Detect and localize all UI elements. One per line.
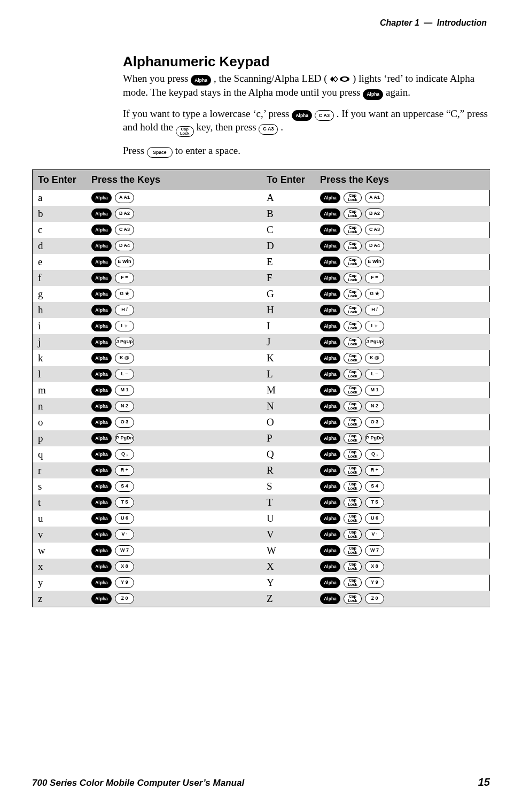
letter-key-icon: A A1 [365,192,384,203]
letter-key-icon: M 1 [115,385,134,396]
lowercase-keys-cell: AlphaH / [86,302,261,318]
cap-lock-key-icon: Cap Lock [344,337,362,347]
table-row: aAlphaA A1AAlphaCap LockA A1 [33,190,490,206]
cap-lock-key-icon: Cap Lock [344,192,362,203]
uppercase-char: B [261,206,315,222]
letter-key-c-icon: C A3 [315,110,334,121]
cap-lock-key-icon: Cap Lock [344,241,362,251]
alpha-key-icon: Alpha [320,481,340,492]
cap-lock-key-icon: Cap Lock [344,513,362,524]
cap-lock-key-icon: Cap Lock [344,369,362,380]
alpha-key-icon: Alpha [91,561,112,572]
letter-key-icon: F = [365,273,384,283]
uppercase-keys-cell: AlphaCap LockN 2 [315,398,490,414]
alpha-key-icon: Alpha [91,481,112,492]
letter-key-icon: Y 9 [115,577,134,588]
header-separator: — [424,18,432,27]
uppercase-char: C [261,222,315,238]
col-header-to-enter: To Enter [33,170,86,190]
letter-key-icon: X 8 [115,561,134,572]
letter-key-icon: I ☼ [115,321,134,331]
lowercase-char: z [33,591,86,607]
letter-key-icon: D A4 [115,241,134,251]
table-row: nAlphaN 2NAlphaCap LockN 2 [33,398,490,414]
lowercase-keys-cell: AlphaL – [86,366,261,382]
lowercase-keys-cell: AlphaR + [86,462,261,478]
chapter-label: Chapter [380,18,412,27]
lowercase-char: h [33,302,86,318]
letter-key-icon: Q , [115,449,134,460]
alpha-key-icon: Alpha [91,257,112,267]
uppercase-char: T [261,494,315,511]
letter-key-icon: V · [365,529,384,540]
lowercase-char: c [33,222,86,238]
alpha-key-icon: Alpha [320,337,340,347]
letter-key-icon: Y 9 [365,577,384,588]
letter-key-icon: S 4 [365,481,384,492]
lowercase-char: u [33,511,86,527]
table-row: eAlphaE WinEAlphaCap LockE Win [33,254,490,270]
uppercase-keys-cell: AlphaCap LockM 1 [315,382,490,398]
uppercase-keys-cell: AlphaCap LockJ PgUp [315,334,490,350]
table-row: dAlphaD A4DAlphaCap LockD A4 [33,238,490,254]
letter-key-icon: H / [365,305,384,315]
lowercase-keys-cell: AlphaN 2 [86,398,261,414]
alpha-key-icon: Alpha [91,545,112,556]
uppercase-char: U [261,511,315,527]
cap-lock-key-icon: Cap Lock [344,545,362,556]
footer-title: 700 Series Color Mobile Computer User’s … [32,778,244,788]
alpha-key-icon: Alpha [91,208,112,219]
cap-lock-key-icon: Cap Lock [344,529,362,540]
uppercase-char: K [261,350,315,366]
table-row: fAlphaF =FAlphaCap LockF = [33,270,490,286]
alpha-key-icon: Alpha [320,385,340,396]
alpha-key-icon: Alpha [292,110,312,121]
uppercase-char: X [261,559,315,575]
alpha-key-icon: Alpha [91,577,112,588]
uppercase-char: P [261,430,315,446]
lowercase-keys-cell: AlphaP PgDn [86,430,261,446]
lowercase-char: f [33,270,86,286]
table-row: zAlphaZ 0ZAlphaCap LockZ 0 [33,591,490,607]
letter-key-icon: K @ [365,353,384,364]
letter-key-icon: X 8 [365,561,384,572]
alpha-key-icon: Alpha [320,545,340,556]
alpha-key-icon: Alpha [320,369,340,380]
chapter-number: 1 [415,18,419,27]
letter-key-icon: D A4 [365,241,384,251]
lowercase-char: x [33,559,86,575]
letter-key-icon: E Win [115,257,134,267]
letter-key-icon: R + [365,465,384,476]
cap-lock-key-icon: Cap Lock [344,401,362,412]
lowercase-char: k [33,350,86,366]
cap-lock-key-icon: Cap Lock [344,305,362,315]
lowercase-char: o [33,414,86,430]
letter-key-icon: N 2 [365,401,384,412]
table-row: gAlphaG ★GAlphaCap LockG ★ [33,286,490,302]
col-header-press-keys: Press the Keys [315,170,490,190]
lowercase-keys-cell: AlphaQ , [86,446,261,462]
uppercase-keys-cell: AlphaCap LockX 8 [315,559,490,575]
paragraph-1: When you press Alpha , the Scanning/Alph… [123,72,490,100]
lowercase-char: r [33,462,86,478]
lowercase-keys-cell: AlphaM 1 [86,382,261,398]
lowercase-keys-cell: AlphaT 5 [86,494,261,511]
cap-lock-key-icon: Cap Lock [344,497,362,508]
cap-lock-key-icon: Cap Lock [344,208,362,219]
lowercase-char: j [33,334,86,350]
alpha-key-icon: Alpha [320,273,340,283]
letter-key-icon: G ★ [115,289,134,299]
uppercase-char: W [261,543,315,559]
uppercase-char: J [261,334,315,350]
uppercase-keys-cell: AlphaCap LockK @ [315,350,490,366]
cap-lock-key-icon: Cap Lock [344,449,362,460]
lowercase-keys-cell: AlphaB A2 [86,206,261,222]
alpha-key-icon: Alpha [91,385,112,396]
letter-key-icon: J PgUp [115,337,134,347]
alpha-key-icon: Alpha [91,449,112,460]
lowercase-char: b [33,206,86,222]
alpha-key-icon: Alpha [320,257,340,267]
alpha-key-icon: Alpha [91,433,112,444]
alpha-key-icon: Alpha [91,513,112,524]
alpha-key-icon: Alpha [91,337,112,347]
